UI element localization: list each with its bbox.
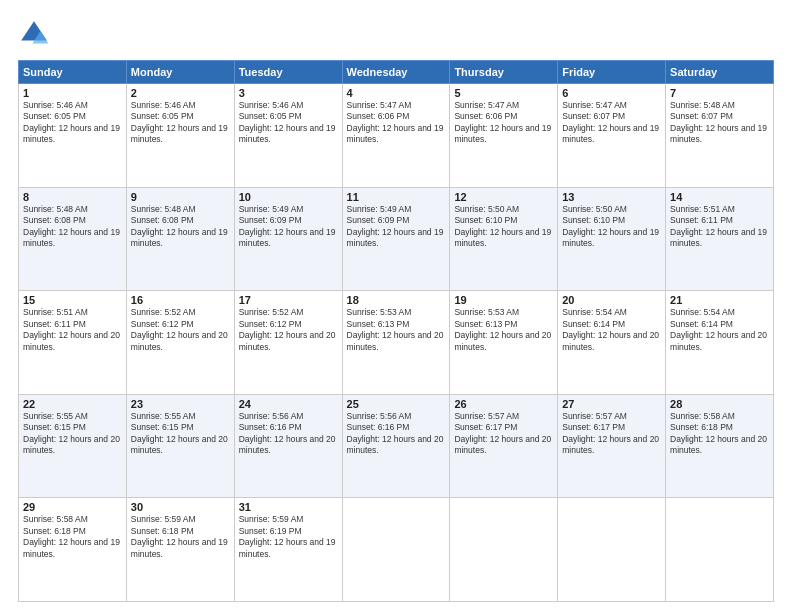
calendar-header-row: SundayMondayTuesdayWednesdayThursdayFrid… [19,61,774,84]
calendar-cell: 11Sunrise: 5:49 AMSunset: 6:09 PMDayligh… [342,187,450,291]
day-info: Sunrise: 5:50 AMSunset: 6:10 PMDaylight:… [562,204,661,250]
day-info: Sunrise: 5:53 AMSunset: 6:13 PMDaylight:… [454,307,553,353]
day-number: 5 [454,87,553,99]
day-number: 18 [347,294,446,306]
day-number: 6 [562,87,661,99]
calendar-week-2: 8Sunrise: 5:48 AMSunset: 6:08 PMDaylight… [19,187,774,291]
day-number: 1 [23,87,122,99]
day-number: 15 [23,294,122,306]
day-info: Sunrise: 5:59 AMSunset: 6:19 PMDaylight:… [239,514,338,560]
day-number: 13 [562,191,661,203]
calendar-cell: 14Sunrise: 5:51 AMSunset: 6:11 PMDayligh… [666,187,774,291]
day-info: Sunrise: 5:53 AMSunset: 6:13 PMDaylight:… [347,307,446,353]
calendar-cell: 25Sunrise: 5:56 AMSunset: 6:16 PMDayligh… [342,394,450,498]
day-info: Sunrise: 5:47 AMSunset: 6:06 PMDaylight:… [454,100,553,146]
day-info: Sunrise: 5:56 AMSunset: 6:16 PMDaylight:… [239,411,338,457]
day-info: Sunrise: 5:48 AMSunset: 6:08 PMDaylight:… [131,204,230,250]
calendar-cell: 24Sunrise: 5:56 AMSunset: 6:16 PMDayligh… [234,394,342,498]
calendar-cell: 21Sunrise: 5:54 AMSunset: 6:14 PMDayligh… [666,291,774,395]
day-number: 26 [454,398,553,410]
calendar-cell: 10Sunrise: 5:49 AMSunset: 6:09 PMDayligh… [234,187,342,291]
day-info: Sunrise: 5:54 AMSunset: 6:14 PMDaylight:… [670,307,769,353]
logo-icon [18,18,50,50]
calendar-cell: 30Sunrise: 5:59 AMSunset: 6:18 PMDayligh… [126,498,234,602]
day-number: 11 [347,191,446,203]
calendar-cell: 22Sunrise: 5:55 AMSunset: 6:15 PMDayligh… [19,394,127,498]
day-info: Sunrise: 5:56 AMSunset: 6:16 PMDaylight:… [347,411,446,457]
day-number: 7 [670,87,769,99]
day-number: 30 [131,501,230,513]
day-header-saturday: Saturday [666,61,774,84]
day-number: 23 [131,398,230,410]
day-info: Sunrise: 5:51 AMSunset: 6:11 PMDaylight:… [23,307,122,353]
calendar-cell: 18Sunrise: 5:53 AMSunset: 6:13 PMDayligh… [342,291,450,395]
day-number: 14 [670,191,769,203]
logo [18,18,56,50]
header [18,18,774,50]
calendar-week-4: 22Sunrise: 5:55 AMSunset: 6:15 PMDayligh… [19,394,774,498]
day-number: 31 [239,501,338,513]
day-header-monday: Monday [126,61,234,84]
day-number: 12 [454,191,553,203]
calendar-cell: 20Sunrise: 5:54 AMSunset: 6:14 PMDayligh… [558,291,666,395]
calendar-week-3: 15Sunrise: 5:51 AMSunset: 6:11 PMDayligh… [19,291,774,395]
day-number: 24 [239,398,338,410]
day-info: Sunrise: 5:51 AMSunset: 6:11 PMDaylight:… [670,204,769,250]
calendar-cell: 17Sunrise: 5:52 AMSunset: 6:12 PMDayligh… [234,291,342,395]
day-number: 29 [23,501,122,513]
day-number: 16 [131,294,230,306]
day-number: 19 [454,294,553,306]
calendar-cell [666,498,774,602]
day-number: 21 [670,294,769,306]
calendar-cell: 29Sunrise: 5:58 AMSunset: 6:18 PMDayligh… [19,498,127,602]
calendar-cell: 1Sunrise: 5:46 AMSunset: 6:05 PMDaylight… [19,84,127,188]
day-info: Sunrise: 5:55 AMSunset: 6:15 PMDaylight:… [23,411,122,457]
day-number: 10 [239,191,338,203]
day-number: 27 [562,398,661,410]
calendar-cell [342,498,450,602]
day-header-friday: Friday [558,61,666,84]
day-header-sunday: Sunday [19,61,127,84]
calendar-cell: 26Sunrise: 5:57 AMSunset: 6:17 PMDayligh… [450,394,558,498]
calendar-cell: 5Sunrise: 5:47 AMSunset: 6:06 PMDaylight… [450,84,558,188]
calendar-cell: 2Sunrise: 5:46 AMSunset: 6:05 PMDaylight… [126,84,234,188]
calendar-cell: 19Sunrise: 5:53 AMSunset: 6:13 PMDayligh… [450,291,558,395]
calendar-cell: 8Sunrise: 5:48 AMSunset: 6:08 PMDaylight… [19,187,127,291]
day-number: 22 [23,398,122,410]
day-info: Sunrise: 5:54 AMSunset: 6:14 PMDaylight:… [562,307,661,353]
day-number: 2 [131,87,230,99]
day-number: 4 [347,87,446,99]
calendar-cell [450,498,558,602]
day-info: Sunrise: 5:49 AMSunset: 6:09 PMDaylight:… [347,204,446,250]
calendar-cell: 31Sunrise: 5:59 AMSunset: 6:19 PMDayligh… [234,498,342,602]
day-info: Sunrise: 5:46 AMSunset: 6:05 PMDaylight:… [23,100,122,146]
day-info: Sunrise: 5:52 AMSunset: 6:12 PMDaylight:… [131,307,230,353]
day-header-tuesday: Tuesday [234,61,342,84]
day-info: Sunrise: 5:55 AMSunset: 6:15 PMDaylight:… [131,411,230,457]
calendar-cell: 15Sunrise: 5:51 AMSunset: 6:11 PMDayligh… [19,291,127,395]
calendar-cell: 13Sunrise: 5:50 AMSunset: 6:10 PMDayligh… [558,187,666,291]
day-info: Sunrise: 5:49 AMSunset: 6:09 PMDaylight:… [239,204,338,250]
day-info: Sunrise: 5:58 AMSunset: 6:18 PMDaylight:… [670,411,769,457]
day-number: 25 [347,398,446,410]
day-info: Sunrise: 5:52 AMSunset: 6:12 PMDaylight:… [239,307,338,353]
day-info: Sunrise: 5:48 AMSunset: 6:08 PMDaylight:… [23,204,122,250]
calendar-cell: 3Sunrise: 5:46 AMSunset: 6:05 PMDaylight… [234,84,342,188]
day-number: 28 [670,398,769,410]
day-info: Sunrise: 5:47 AMSunset: 6:07 PMDaylight:… [562,100,661,146]
day-info: Sunrise: 5:57 AMSunset: 6:17 PMDaylight:… [454,411,553,457]
calendar-cell: 12Sunrise: 5:50 AMSunset: 6:10 PMDayligh… [450,187,558,291]
calendar-cell: 9Sunrise: 5:48 AMSunset: 6:08 PMDaylight… [126,187,234,291]
day-info: Sunrise: 5:47 AMSunset: 6:06 PMDaylight:… [347,100,446,146]
calendar-week-5: 29Sunrise: 5:58 AMSunset: 6:18 PMDayligh… [19,498,774,602]
day-info: Sunrise: 5:50 AMSunset: 6:10 PMDaylight:… [454,204,553,250]
day-info: Sunrise: 5:46 AMSunset: 6:05 PMDaylight:… [131,100,230,146]
day-header-thursday: Thursday [450,61,558,84]
calendar-cell: 27Sunrise: 5:57 AMSunset: 6:17 PMDayligh… [558,394,666,498]
day-info: Sunrise: 5:48 AMSunset: 6:07 PMDaylight:… [670,100,769,146]
calendar-cell: 4Sunrise: 5:47 AMSunset: 6:06 PMDaylight… [342,84,450,188]
calendar-week-1: 1Sunrise: 5:46 AMSunset: 6:05 PMDaylight… [19,84,774,188]
calendar-cell: 7Sunrise: 5:48 AMSunset: 6:07 PMDaylight… [666,84,774,188]
day-number: 20 [562,294,661,306]
day-info: Sunrise: 5:58 AMSunset: 6:18 PMDaylight:… [23,514,122,560]
